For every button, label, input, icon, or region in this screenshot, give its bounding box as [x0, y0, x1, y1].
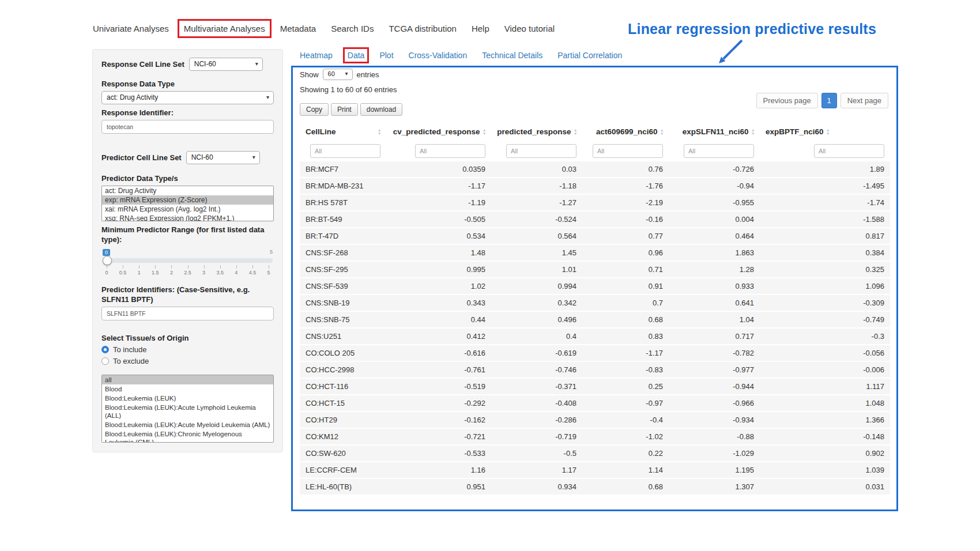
predictor-datatype-option[interactable]: xai: mRNA Expression (Avg. log2 Int.) — [102, 205, 273, 214]
predictor-cell-line-set-select[interactable]: NCI-60 — [186, 151, 260, 164]
column-header[interactable]: expSLFN11_nci60▴▾ — [669, 123, 760, 141]
nav-item[interactable]: Search IDs — [325, 19, 380, 38]
tissue-option[interactable]: Blood:Leukemia (LEUK):Acute Lymphoid Leu… — [102, 403, 273, 420]
entries-label: entries — [357, 70, 379, 79]
table-row[interactable]: BR:MCF70.03590.030.76-0.7261.89 — [300, 161, 890, 178]
sort-icon[interactable]: ▴▾ — [574, 129, 576, 135]
table-row[interactable]: CO:HCT-15-0.292-0.408-0.97-0.9661.048 — [300, 395, 890, 412]
tab-heatmap[interactable]: Heatmap — [295, 47, 337, 63]
sort-icon[interactable]: ▴▾ — [483, 129, 485, 135]
tissue-list[interactable]: allBloodBlood:Leukemia (LEUK)Blood:Leuke… — [101, 375, 274, 443]
tissue-option[interactable]: Blood — [102, 384, 273, 394]
predictor-datatype-option[interactable]: xsq: RNA-seq Expression (log2 FPKM+1.) — [102, 214, 273, 221]
radio-icon[interactable] — [101, 357, 109, 365]
radio-icon[interactable] — [101, 346, 109, 353]
table-row[interactable]: CNS:SNB-750.440.4960.681.04-0.749 — [300, 311, 890, 328]
table-row[interactable]: CO:SW-620-0.533-0.50.22-1.0290.902 — [300, 445, 890, 462]
table-row[interactable]: BR:BT-549-0.505-0.524-0.160.004-1.588 — [300, 211, 890, 228]
sort-icon[interactable]: ▴▾ — [752, 129, 754, 135]
table-row[interactable]: CO:HCT-116-0.519-0.3710.25-0.9441.117 — [300, 378, 890, 395]
table-row[interactable]: CO:HCC-2998-0.761-0.746-0.83-0.977-0.006 — [300, 361, 890, 378]
sort-icon[interactable]: ▴▾ — [378, 129, 380, 135]
tissue-include-radio[interactable]: To include — [101, 345, 274, 354]
table-row[interactable]: LE:CCRF-CEM1.161.171.141.1951.039 — [300, 462, 890, 478]
table-row[interactable]: BR:T-47D0.5340.5640.770.4640.817 — [300, 228, 890, 244]
table-row[interactable]: CNS:SF-2950.9951.010.711.280.325 — [300, 261, 890, 278]
current-page-button[interactable]: 1 — [821, 93, 837, 108]
cell-line-cell: CO:HCC-2998 — [300, 361, 386, 378]
previous-page-button[interactable]: Previous page — [756, 93, 818, 108]
table-row[interactable]: LE:HL-60(TB)0.9510.9340.681.3070.031 — [300, 478, 890, 495]
column-filter-input[interactable] — [593, 144, 663, 158]
value-cell: 0.0359 — [386, 161, 491, 178]
table-row[interactable]: BR:MDA-MB-231-1.17-1.18-1.76-0.94-1.495 — [300, 178, 890, 194]
column-filter-input[interactable] — [684, 144, 754, 158]
download-button[interactable]: download — [360, 103, 402, 116]
value-cell: -0.3 — [760, 328, 890, 345]
value-cell: -1.02 — [582, 428, 669, 445]
tab-cross-validation[interactable]: Cross-Validation — [404, 47, 472, 63]
column-header[interactable]: expBPTF_nci60▴▾ — [760, 123, 890, 141]
nav-item[interactable]: Metadata — [274, 19, 323, 38]
slider-tick — [236, 265, 237, 269]
nav-item[interactable]: Multivariate Analyses — [178, 19, 272, 38]
sort-icon[interactable]: ▴▾ — [661, 129, 663, 135]
tissue-exclude-radio[interactable]: To exclude — [101, 357, 274, 365]
show-entries-select[interactable]: 60 — [323, 69, 353, 80]
algorithm-select[interactable]: Linear Regression — [141, 452, 214, 452]
value-cell: -0.148 — [760, 428, 890, 445]
slider-tick-label: 0 — [105, 270, 108, 276]
cell-line-cell: LE:CCRF-CEM — [300, 462, 386, 478]
column-filter-input[interactable] — [814, 144, 884, 158]
table-row[interactable]: CO:COLO 205-0.616-0.619-1.17-0.782-0.056 — [300, 345, 890, 361]
table-row[interactable]: CO:HT29-0.162-0.286-0.4-0.9341.366 — [300, 412, 890, 428]
table-row[interactable]: CNS:SNB-190.3430.3420.70.641-0.309 — [300, 295, 890, 311]
response-data-type-select[interactable]: act: Drug Activity — [101, 91, 274, 104]
nav-item[interactable]: Video tutorial — [498, 19, 561, 38]
print-button[interactable]: Print — [331, 103, 358, 116]
nav-item[interactable]: Univariate Analyses — [86, 19, 175, 38]
tissue-option[interactable]: Blood:Leukemia (LEUK):Acute Myeloid Leuk… — [102, 420, 273, 429]
cell-line-cell: CO:HCT-116 — [300, 378, 386, 395]
column-header[interactable]: CellLine▴▾ — [300, 123, 386, 141]
predictor-datatype-option[interactable]: exp: mRNA Expression (Z-Score) — [102, 195, 273, 205]
slider-tick — [188, 265, 189, 269]
table-row[interactable]: CO:KM12-0.721-0.719-1.02-0.88-0.148 — [300, 428, 890, 445]
value-cell: 0.71 — [582, 261, 669, 278]
column-filter-input[interactable] — [506, 144, 576, 158]
tab-data[interactable]: Data — [343, 47, 370, 63]
table-row[interactable]: CNS:SF-2681.481.450.961.8630.384 — [300, 244, 890, 261]
slider-tick-label: 4.5 — [249, 270, 257, 276]
slider-track[interactable] — [103, 258, 273, 263]
column-filter-input[interactable] — [310, 144, 380, 158]
tissue-option[interactable]: all — [102, 375, 273, 384]
response-cell-line-set-select[interactable]: NCI-60 — [189, 58, 263, 71]
table-row[interactable]: BR:HS 578T-1.19-1.27-2.19-0.955-1.74 — [300, 194, 890, 211]
response-identifier-input[interactable] — [101, 120, 274, 134]
table-row[interactable]: CNS:SF-5391.020.9940.910.9331.096 — [300, 278, 890, 295]
min-predictor-range-slider[interactable]: 0 5 00.511.522.533.544.55 — [103, 249, 273, 280]
predictor-datatype-option[interactable]: act: Drug Activity — [102, 186, 273, 195]
nav-item[interactable]: Help — [465, 19, 496, 38]
table-row[interactable]: CNS:U2510.4120.40.830.717-0.3 — [300, 328, 890, 345]
predictor-datatype-list[interactable]: act: Drug Activityexp: mRNA Expression (… — [101, 186, 274, 221]
tab-technical-details[interactable]: Technical Details — [477, 47, 547, 63]
column-filter-input[interactable] — [415, 144, 485, 158]
tab-plot[interactable]: Plot — [375, 47, 398, 63]
sort-icon[interactable]: ▴▾ — [827, 129, 829, 135]
next-page-button[interactable]: Next page — [840, 93, 888, 108]
tissue-option[interactable]: Blood:Leukemia (LEUK):Chronic Myelogenou… — [102, 429, 273, 443]
tab-partial-correlation[interactable]: Partial Correlation — [553, 47, 627, 63]
column-header[interactable]: cv_predicted_response▴▾ — [386, 123, 491, 141]
predictor-data-types-label: Predictor Data Type/s — [101, 173, 274, 183]
nav-item[interactable]: TCGA distribution — [382, 19, 463, 38]
value-cell: 0.933 — [669, 278, 760, 295]
tissue-option[interactable]: Blood:Leukemia (LEUK) — [102, 394, 273, 403]
copy-button[interactable]: Copy — [300, 103, 329, 116]
column-header[interactable]: act609699_nci60▴▾ — [582, 123, 669, 141]
value-cell: -0.782 — [669, 345, 760, 361]
predictor-identifiers-input[interactable] — [101, 307, 274, 320]
column-label: expBPTF_nci60 — [766, 127, 824, 136]
column-header[interactable]: predicted_response▴▾ — [491, 123, 582, 141]
slider-handle[interactable] — [103, 256, 112, 265]
